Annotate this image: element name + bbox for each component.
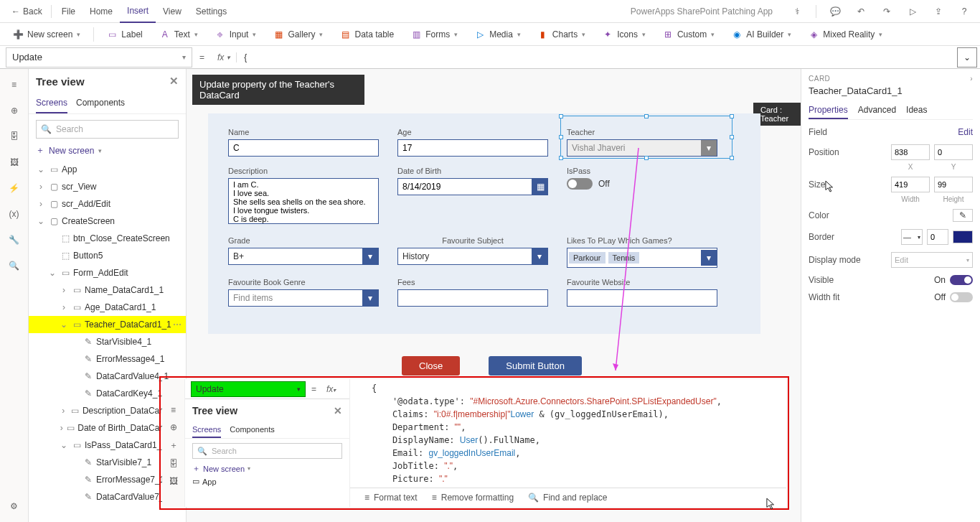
property-dropdown[interactable]: Update ▾ xyxy=(6,47,192,67)
expand-formula-button[interactable]: ⌄ xyxy=(957,47,977,67)
tree-node[interactable]: ⬚Button5 xyxy=(29,247,186,264)
grade-select[interactable]: B+▾ xyxy=(228,248,379,265)
format-text-button[interactable]: ≡Format text xyxy=(364,493,418,503)
overlay-tab-components[interactable]: Components xyxy=(230,422,274,438)
age-input[interactable] xyxy=(397,139,548,157)
back-button[interactable]: ← Back xyxy=(6,6,48,17)
tab-screens[interactable]: Screens xyxy=(36,93,67,113)
calendar-icon[interactable]: ▦ xyxy=(532,178,548,195)
ribbon-mr[interactable]: ◈Mixed Reality▾ xyxy=(801,24,890,45)
menu-insert[interactable]: Insert xyxy=(120,0,156,23)
data-icon[interactable]: 🗄 xyxy=(4,126,24,146)
tree-view-icon[interactable]: ≡ xyxy=(171,405,176,415)
tree-node[interactable]: ›▢scr_View xyxy=(29,178,186,195)
ribbon-ai[interactable]: ◉AI Builder▾ xyxy=(725,24,798,45)
menu-file[interactable]: File xyxy=(55,6,83,17)
ribbon-charts[interactable]: ▮Charts▾ xyxy=(531,24,593,45)
tree-node[interactable]: ✎ErrorMessage4_1 xyxy=(29,350,186,368)
name-input[interactable] xyxy=(228,139,379,157)
help-icon[interactable]: ? xyxy=(954,1,974,22)
ribbon-label[interactable]: ▭Label xyxy=(100,24,149,45)
menu-home[interactable]: Home xyxy=(83,6,120,17)
widthfit-toggle[interactable] xyxy=(950,292,973,302)
plus-icon[interactable]: ＋ xyxy=(169,439,178,452)
ribbon-text[interactable]: AText▾ xyxy=(153,24,205,45)
ribbon-media[interactable]: ▷Media▾ xyxy=(468,24,528,45)
color-swatch[interactable]: ✎ xyxy=(953,209,973,222)
position-y-input[interactable] xyxy=(934,144,973,160)
close-button[interactable]: Close xyxy=(402,356,460,376)
remove-formatting-button[interactable]: ≡Remove formatting xyxy=(432,493,514,503)
menu-view[interactable]: View xyxy=(156,6,189,17)
displaymode-select[interactable]: Edit▾ xyxy=(891,252,973,268)
ispass-toggle[interactable]: Off xyxy=(567,178,717,190)
chevron-right-icon[interactable]: › xyxy=(970,75,973,83)
comment-icon[interactable]: 💬 xyxy=(825,1,845,22)
tree-view-icon[interactable]: ≡ xyxy=(4,75,24,95)
media-pane-icon[interactable]: 🖼 xyxy=(4,152,24,172)
tree-node[interactable]: ⬚btn_Close_CreateScreen xyxy=(29,230,186,247)
tab-advanced[interactable]: Advanced xyxy=(858,102,896,119)
menu-settings[interactable]: Settings xyxy=(189,6,234,17)
tree-node[interactable]: ✎StarVisible4_1 xyxy=(29,333,186,350)
border-width-input[interactable] xyxy=(927,229,948,245)
overlay-new-screen[interactable]: ＋ New screen ▾ xyxy=(185,463,349,474)
new-screen-button[interactable]: ＋ New screen ▾ xyxy=(36,144,179,157)
ribbon-datatable[interactable]: ▤Data table xyxy=(333,24,401,45)
ribbon-custom[interactable]: ⊞Custom▾ xyxy=(656,24,722,45)
ribbon-gallery[interactable]: ▦Gallery▾ xyxy=(266,24,330,45)
tree-node[interactable]: ›▭Name_DataCard1_1 xyxy=(29,281,186,299)
dob-input[interactable] xyxy=(397,178,532,195)
overlay-search[interactable]: 🔍Search xyxy=(192,443,342,459)
edit-field-link[interactable]: Edit xyxy=(958,127,973,137)
tree-node[interactable]: ›▢scr_Add/Edit xyxy=(29,195,186,213)
search-icon[interactable]: 🔍 xyxy=(4,256,24,276)
data-icon[interactable]: 🗄 xyxy=(169,459,178,469)
tree-node[interactable]: ⌄▢CreateScreen xyxy=(29,213,186,230)
ribbon-input[interactable]: ⎆Input▾ xyxy=(208,24,264,45)
border-color-swatch[interactable] xyxy=(953,230,973,243)
games-select[interactable]: Parkour Tennis ▾ xyxy=(567,248,717,268)
close-icon[interactable]: ✕ xyxy=(169,75,179,88)
stethoscope-icon[interactable]: ⚕ xyxy=(787,1,807,22)
visible-toggle[interactable] xyxy=(950,275,973,285)
width-input[interactable] xyxy=(891,177,930,192)
border-style-select[interactable]: —▾ xyxy=(901,229,923,245)
find-replace-button[interactable]: 🔍Find and replace xyxy=(528,493,607,503)
tree-node[interactable]: ⌄▭Form_AddEdit xyxy=(29,264,186,281)
tree-node[interactable]: ›▭Age_DataCard1_1 xyxy=(29,299,186,316)
formula-code-area[interactable]: { '@odata.type': "#Microsoft.Azure.Conne… xyxy=(350,379,786,488)
tree-node[interactable]: ⌄▭Teacher_DataCard1_1⋯ xyxy=(29,316,186,333)
settings-icon[interactable]: ⚙ xyxy=(4,496,24,516)
chip-tennis[interactable]: Tennis xyxy=(608,252,640,264)
insert-icon[interactable]: ⊕ xyxy=(4,101,24,121)
ribbon-icons[interactable]: ✦Icons▾ xyxy=(595,24,653,45)
advanced-tools-icon[interactable]: 🔧 xyxy=(4,230,24,250)
variables-icon[interactable]: (x) xyxy=(4,204,24,224)
chip-parkour[interactable]: Parkour xyxy=(569,252,606,264)
submit-button[interactable]: Submit Button xyxy=(489,356,582,376)
ribbon-forms[interactable]: ▥Forms▾ xyxy=(404,24,465,45)
overlay-app-node[interactable]: ▭ App xyxy=(185,474,349,489)
redo-icon[interactable]: ↷ xyxy=(877,1,897,22)
position-x-input[interactable] xyxy=(891,144,930,160)
website-input[interactable] xyxy=(567,289,717,307)
share-icon[interactable]: ⇪ xyxy=(928,1,948,22)
tab-properties[interactable]: Properties xyxy=(809,102,848,119)
power-automate-icon[interactable]: ⚡ xyxy=(4,178,24,198)
genre-select[interactable]: Find items▾ xyxy=(228,289,379,307)
play-icon[interactable]: ▷ xyxy=(903,1,923,22)
undo-icon[interactable]: ↶ xyxy=(851,1,871,22)
tree-search[interactable]: 🔍 Search xyxy=(36,120,179,139)
tab-ideas[interactable]: Ideas xyxy=(906,102,927,119)
formula-input[interactable]: { xyxy=(237,52,957,62)
favsubject-select[interactable]: History▾ xyxy=(397,248,548,265)
close-icon[interactable]: ✕ xyxy=(334,405,342,416)
tree-node[interactable]: ⌄▭App xyxy=(29,161,186,178)
tab-components[interactable]: Components xyxy=(76,93,125,113)
media-icon[interactable]: 🖼 xyxy=(169,476,178,486)
ribbon-new-screen[interactable]: ➕New screen▾ xyxy=(6,24,88,45)
insert-icon[interactable]: ⊕ xyxy=(170,422,177,432)
fees-input[interactable] xyxy=(397,289,548,307)
overlay-tab-screens[interactable]: Screens xyxy=(192,422,221,438)
